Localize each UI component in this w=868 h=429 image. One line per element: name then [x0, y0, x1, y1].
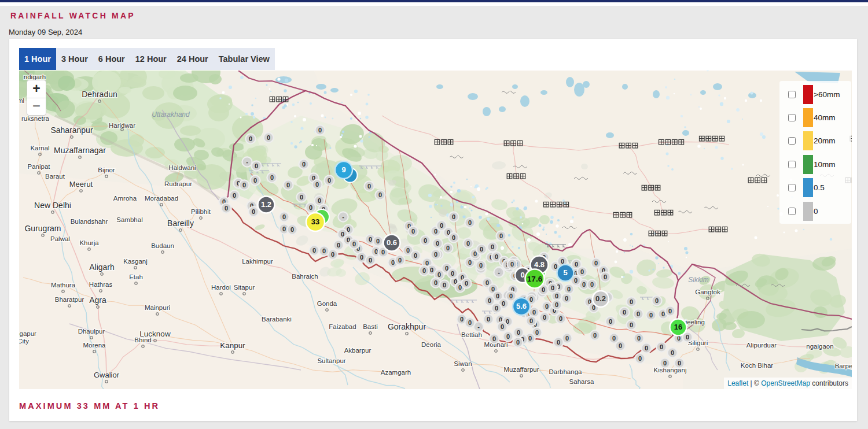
svg-text:0.2: 0.2 [595, 294, 606, 303]
svg-text:0: 0 [233, 192, 236, 199]
svg-text:0: 0 [446, 245, 450, 252]
svg-text:Morena: Morena [83, 342, 106, 349]
svg-text:Bahraich: Bahraich [292, 273, 318, 280]
svg-text:0: 0 [468, 259, 472, 266]
svg-text:Kanpur: Kanpur [220, 341, 245, 350]
svg-text:0: 0 [488, 297, 491, 304]
svg-text:0: 0 [575, 261, 578, 268]
svg-text:0: 0 [686, 334, 689, 341]
svg-text:0: 0 [270, 174, 274, 181]
svg-text:-: - [246, 158, 248, 165]
svg-text:0: 0 [440, 222, 443, 229]
svg-text:Muzaffarnagar: Muzaffarnagar [54, 146, 106, 155]
svg-text:Deoria: Deoria [421, 341, 441, 348]
svg-text:0: 0 [594, 260, 598, 267]
svg-text:Koch Bihar: Koch Bihar [741, 362, 773, 369]
svg-text:Amroha: Amroha [113, 195, 137, 202]
svg-text:0: 0 [565, 335, 569, 342]
svg-text:0: 0 [567, 286, 571, 293]
svg-text:0: 0 [545, 303, 549, 310]
svg-text:0: 0 [422, 267, 426, 274]
svg-text:0: 0 [678, 360, 681, 367]
svg-text:0: 0 [253, 177, 257, 184]
svg-text:0: 0 [487, 316, 490, 323]
svg-text:0: 0 [369, 236, 372, 243]
svg-text:0: 0 [492, 335, 496, 342]
svg-text:0: 0 [623, 309, 626, 316]
svg-text:Hardoi: Hardoi [211, 284, 231, 291]
svg-text:0: 0 [341, 231, 344, 238]
svg-text:0: 0 [337, 242, 340, 249]
svg-text:0: 0 [555, 293, 558, 299]
svg-text:0: 0 [282, 213, 286, 220]
svg-text:0: 0 [486, 279, 489, 286]
svg-text:Sambhal: Sambhal [116, 216, 142, 223]
svg-text:0: 0 [502, 300, 505, 307]
svg-text:0: 0 [637, 310, 640, 317]
svg-text:0: 0 [661, 310, 665, 317]
svg-text:0: 0 [225, 205, 228, 212]
svg-text:ngaigaon: ngaigaon [806, 343, 833, 350]
svg-text:0: 0 [328, 177, 331, 184]
svg-text:5.6: 5.6 [516, 302, 527, 310]
svg-text:Akbarpur: Akbarpur [344, 347, 372, 354]
svg-text:0: 0 [638, 355, 642, 362]
svg-text:17.6: 17.6 [527, 275, 543, 283]
svg-text:City: City [19, 338, 29, 345]
svg-text:1.2: 1.2 [261, 200, 271, 209]
svg-text:0: 0 [542, 286, 545, 293]
svg-text:0: 0 [374, 248, 378, 255]
svg-text:0: 0 [619, 342, 622, 349]
svg-text:Sikkim: Sikkim [688, 276, 708, 284]
svg-text:0: 0 [318, 197, 321, 204]
svg-text:0: 0 [391, 259, 395, 266]
svg-text:0: 0 [671, 349, 674, 356]
svg-text:0: 0 [580, 268, 584, 275]
svg-text:0: 0 [376, 238, 380, 245]
svg-text:0: 0 [360, 254, 363, 261]
svg-text:0: 0 [411, 228, 415, 235]
svg-text:0: 0 [529, 296, 533, 303]
svg-text:0: 0 [424, 237, 427, 244]
svg-text:0: 0 [381, 249, 385, 256]
svg-text:Bareilly: Bareilly [167, 219, 194, 228]
svg-text:0: 0 [649, 312, 653, 319]
svg-text:-: - [477, 323, 480, 330]
svg-text:Aligarh: Aligarh [89, 262, 115, 272]
svg-text:0: 0 [465, 280, 468, 287]
svg-text:16: 16 [674, 323, 682, 331]
svg-text:0: 0 [318, 127, 322, 134]
svg-text:Haldwani: Haldwani [168, 164, 196, 171]
svg-text:0: 0 [290, 226, 294, 233]
svg-text:0: 0 [645, 345, 648, 352]
svg-text:0: 0 [378, 191, 382, 198]
svg-text:Mainpuri: Mainpuri [145, 304, 170, 311]
svg-text:Uttarakhand: Uttarakhand [152, 110, 190, 119]
svg-text:Bijnor: Bijnor [98, 167, 115, 173]
svg-text:0: 0 [406, 247, 410, 254]
svg-text:0: 0 [430, 267, 433, 273]
svg-text:0: 0 [451, 270, 454, 277]
svg-text:Panipat: Panipat [27, 163, 50, 170]
svg-text:0: 0 [255, 162, 258, 169]
svg-text:0: 0 [561, 258, 564, 265]
svg-text:New Delhi: New Delhi [34, 201, 71, 210]
svg-text:Lakhimpur: Lakhimpur [242, 258, 273, 265]
svg-text:0: 0 [520, 271, 524, 279]
svg-text:0: 0 [593, 332, 597, 339]
svg-text:Barabanki: Barabanki [262, 316, 292, 323]
svg-text:0: 0 [612, 335, 616, 342]
svg-text:0: 0 [543, 314, 546, 321]
svg-text:0: 0 [436, 240, 439, 247]
svg-text:0: 0 [309, 204, 312, 211]
svg-text:Palwal: Palwal [50, 235, 70, 242]
svg-text:Bulandshahr: Bulandshahr [71, 218, 108, 225]
svg-text:5: 5 [563, 268, 567, 277]
svg-text:ml: ml [19, 97, 24, 104]
svg-text:Faizabad: Faizabad [329, 323, 356, 330]
svg-text:0: 0 [352, 241, 356, 247]
svg-text:0: 0 [535, 329, 539, 336]
svg-text:0: 0 [655, 297, 659, 304]
svg-text:0: 0 [557, 339, 560, 346]
svg-text:Gwalior: Gwalior [94, 371, 120, 379]
